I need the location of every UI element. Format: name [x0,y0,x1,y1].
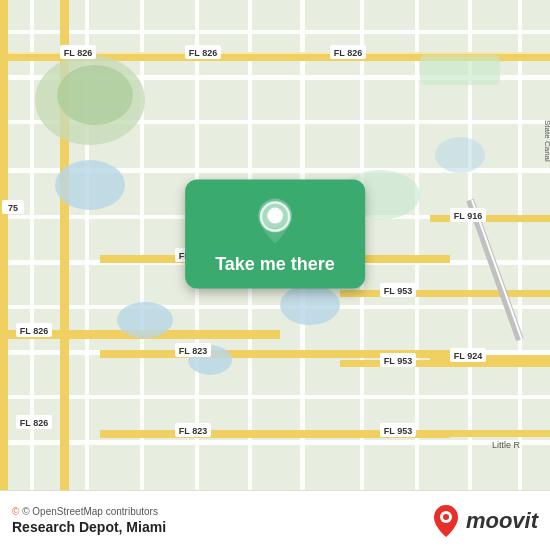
svg-rect-18 [415,0,419,490]
svg-text:FL 953: FL 953 [384,426,412,436]
svg-text:State Canal: State Canal [543,120,550,162]
moovit-logo: moovit [432,503,538,539]
map-container: FL 826 FL 826 FL 826 FL 826 FL 826 FL 82… [0,0,550,490]
svg-rect-29 [340,430,550,437]
svg-rect-38 [420,55,500,85]
svg-rect-10 [0,440,550,445]
svg-text:FL 953: FL 953 [384,356,412,366]
svg-point-40 [57,65,133,125]
bottom-bar: © © OpenStreetMap contributors Research … [0,490,550,550]
bottom-left-info: © © OpenStreetMap contributors Research … [12,506,166,535]
svg-point-32 [55,160,125,210]
map-pin-icon [255,198,295,246]
svg-rect-13 [140,0,144,490]
svg-text:FL 953: FL 953 [384,286,412,296]
svg-rect-31 [0,0,8,490]
location-name: Research Depot, Miami [12,519,166,535]
navigation-button[interactable]: Take me there [185,180,365,289]
svg-text:FL 826: FL 826 [189,48,217,58]
svg-text:FL 924: FL 924 [454,351,482,361]
svg-text:FL 826: FL 826 [20,418,48,428]
moovit-brand-text: moovit [466,508,538,534]
svg-text:Little R: Little R [492,440,521,450]
svg-rect-1 [0,30,550,34]
svg-rect-44 [430,355,550,362]
take-me-there-overlay[interactable]: Take me there [185,180,365,289]
svg-rect-7 [0,305,550,309]
svg-text:FL 826: FL 826 [334,48,362,58]
svg-rect-43 [430,215,550,222]
svg-point-37 [435,137,485,173]
svg-text:FL 823: FL 823 [179,426,207,436]
svg-rect-9 [0,395,550,399]
svg-point-35 [280,285,340,325]
take-me-there-label: Take me there [215,254,335,275]
svg-text:FL 916: FL 916 [454,211,482,221]
svg-text:75: 75 [8,203,18,213]
svg-text:FL 823: FL 823 [179,346,207,356]
svg-point-81 [443,514,449,520]
map-attribution: © © OpenStreetMap contributors [12,506,166,517]
moovit-pin-icon [432,503,460,539]
svg-rect-20 [518,0,522,490]
svg-point-79 [269,211,281,223]
svg-point-33 [117,302,173,338]
svg-rect-27 [340,290,550,297]
svg-text:FL 826: FL 826 [20,326,48,336]
svg-text:FL 826: FL 826 [64,48,92,58]
